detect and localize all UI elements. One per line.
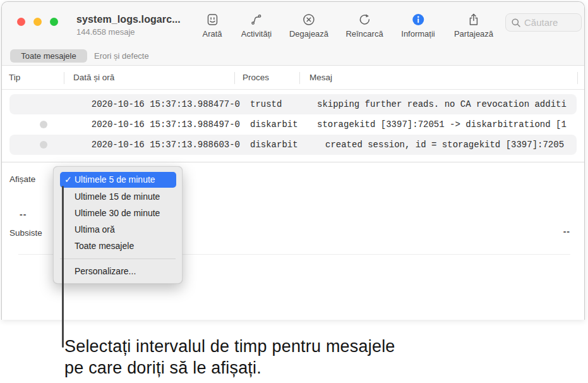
search-icon (511, 18, 521, 28)
menu-item-label: Ultimele 5 de minute (75, 172, 155, 188)
callout-pointer-line (62, 186, 64, 348)
cell-message: skipping further reads. no CA revocation… (317, 94, 582, 114)
column-divider[interactable] (577, 72, 578, 84)
table-row[interactable]: 2020-10-16 15:37:13.988477-0 trustd skip… (9, 94, 577, 114)
column-header-tip[interactable]: Tip (9, 66, 20, 90)
window-toolbar: system_logs.logarc... 144.658 mesaje Ara… (2, 2, 584, 46)
cell-message: storagekitd [3397]:72051 -> diskarbitrat… (317, 114, 582, 135)
table-header: Tip Dată și oră Proces Mesaj (2, 66, 584, 90)
cell-date: 2020-10-16 15:37:13.988497-0 (75, 114, 240, 135)
menu-item-last-15-minutes[interactable]: Ultimele 15 de minute (54, 188, 182, 205)
shown-filter-label: Afișate (9, 174, 35, 184)
status-dot-icon (40, 141, 47, 149)
search-input[interactable] (524, 17, 579, 28)
column-divider[interactable] (234, 72, 235, 84)
clear-button[interactable]: Degajează (289, 12, 328, 39)
menu-item-last-30-minutes[interactable]: Ultimele 30 de minute (54, 205, 182, 221)
column-header-process[interactable]: Proces (243, 66, 269, 90)
time-range-popup-menu: ✓ Ultimele 5 de minute Ultimele 15 de mi… (53, 166, 183, 284)
tab-bar: Toate mesajele Erori și defecte (2, 46, 584, 66)
message-count: 144.658 mesaje (76, 27, 181, 37)
subsystem-label: Subsiste (9, 228, 42, 238)
minimize-window-button[interactable] (33, 18, 42, 26)
finder-window-icon (202, 12, 222, 27)
show-button[interactable]: Arată (202, 12, 222, 39)
zoom-window-button[interactable] (50, 18, 58, 26)
screenshot-stage: system_logs.logarc... 144.658 mesaje Ara… (0, 0, 588, 383)
table-row[interactable]: 2020-10-16 15:37:13.988497-0 diskarbit s… (9, 114, 577, 135)
column-divider[interactable] (64, 72, 64, 84)
status-dot-icon (40, 121, 47, 128)
column-header-message[interactable]: Mesaj (309, 66, 332, 90)
menu-item-last-5-minutes[interactable]: ✓ Ultimele 5 de minute (60, 172, 176, 188)
cell-message: created session, id = storagekitd [3397]… (317, 135, 582, 155)
activity-icon (241, 12, 272, 27)
info-icon (401, 12, 435, 27)
cell-date: 2020-10-16 15:37:13.988603-0 (75, 135, 240, 155)
reload-icon (345, 12, 383, 27)
clear-circle-x-icon (289, 12, 328, 27)
share-icon (454, 12, 493, 27)
menu-item-all-messages[interactable]: Toate mesajele (54, 238, 182, 254)
tab-errors-faults[interactable]: Erori și defecte (94, 46, 149, 66)
cell-date: 2020-10-16 15:37:13.988477-0 (75, 94, 240, 114)
close-window-button[interactable] (17, 18, 25, 26)
menu-item-last-hour[interactable]: Ultima oră (54, 221, 182, 238)
detail-value-left: -- (20, 209, 27, 219)
cell-process: diskarbit (250, 135, 306, 155)
window-title: system_logs.logarc... (76, 14, 181, 25)
activities-button[interactable]: Activități (241, 12, 272, 39)
callout-line-1: Selectați intervalul de timp pentru mesa… (64, 336, 395, 357)
callout-text: Selectați intervalul de timp pentru mesa… (64, 336, 395, 379)
title-block: system_logs.logarc... 144.658 mesaje (76, 14, 181, 37)
tab-all-messages[interactable]: Toate mesajele (10, 49, 87, 63)
info-button[interactable]: Informații (401, 12, 435, 39)
callout-line-2: pe care doriți să le afișați. (64, 357, 395, 379)
detail-value-right: -- (563, 226, 570, 236)
table-row[interactable]: 2020-10-16 15:37:13.988603-0 diskarbit c… (9, 135, 577, 155)
cell-process: diskarbit (250, 114, 306, 135)
share-button[interactable]: Partajează (454, 12, 493, 39)
column-header-date[interactable]: Dată și oră (73, 66, 114, 90)
column-divider[interactable] (299, 72, 300, 84)
menu-item-customize[interactable]: Personalizare... (54, 263, 182, 279)
search-field[interactable] (505, 13, 582, 32)
cell-process: trustd (250, 94, 306, 114)
traffic-lights (17, 18, 58, 26)
menu-divider (60, 258, 176, 259)
reload-button[interactable]: Reîncarcă (345, 12, 383, 39)
checkmark-icon: ✓ (64, 172, 75, 188)
